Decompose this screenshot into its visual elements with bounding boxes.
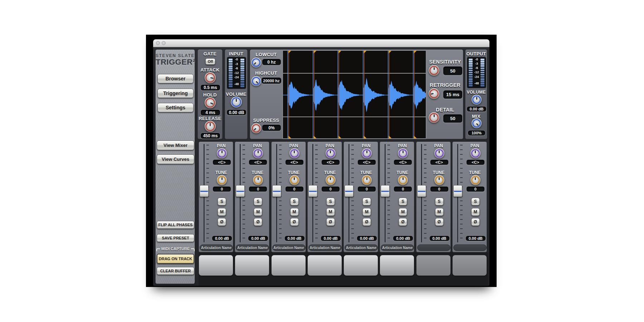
volume-fader[interactable] xyxy=(200,185,209,197)
volume-fader[interactable] xyxy=(272,185,281,197)
solo-button[interactable]: S xyxy=(471,198,480,205)
tune-knob[interactable] xyxy=(362,175,372,185)
phase-button[interactable]: Ø xyxy=(435,218,444,226)
pan-value[interactable]: <C> xyxy=(321,159,340,165)
trigger-pad[interactable] xyxy=(343,255,378,276)
phase-button[interactable]: Ø xyxy=(254,218,262,226)
mute-button[interactable]: M xyxy=(362,208,371,216)
trigger-pad[interactable] xyxy=(380,255,414,276)
volume-fader[interactable] xyxy=(381,185,390,197)
pan-value[interactable]: <C> xyxy=(430,159,449,165)
tune-knob[interactable] xyxy=(434,175,444,185)
trigger-pad[interactable] xyxy=(452,255,487,276)
pan-value[interactable]: <C> xyxy=(466,159,485,165)
articulation-name[interactable] xyxy=(417,244,450,251)
hold-knob[interactable] xyxy=(205,97,216,108)
trigger-pad[interactable] xyxy=(235,255,269,276)
level-value[interactable]: 0.00 dB xyxy=(465,236,486,241)
tune-value[interactable]: 0 xyxy=(249,186,267,192)
hold-value[interactable]: 4 ms xyxy=(200,109,220,116)
pan-knob[interactable] xyxy=(253,148,263,158)
level-value[interactable]: 0.00 dB xyxy=(248,236,268,241)
tune-knob[interactable] xyxy=(326,175,336,185)
phase-button[interactable]: Ø xyxy=(326,218,335,226)
tune-value[interactable]: 0 xyxy=(430,186,449,192)
input-volume-knob[interactable] xyxy=(231,96,242,108)
release-knob[interactable] xyxy=(205,121,216,132)
volume-fader[interactable] xyxy=(417,185,426,197)
tune-value[interactable]: 0 xyxy=(394,186,412,192)
mix-value[interactable]: 100% xyxy=(468,130,486,136)
pan-value[interactable]: <C> xyxy=(394,159,412,165)
pan-knob[interactable] xyxy=(434,148,444,158)
mute-button[interactable]: M xyxy=(254,208,262,216)
articulation-name[interactable]: Articulation Name xyxy=(345,244,378,251)
level-value[interactable]: 0.00 dB xyxy=(357,236,377,241)
trigger-pad[interactable] xyxy=(199,255,233,276)
clear-buffer-button[interactable]: CLEAR BUFFER xyxy=(157,267,194,275)
volume-fader[interactable] xyxy=(308,185,317,197)
input-volume-value[interactable]: 0.00 dB xyxy=(226,109,247,115)
mute-button[interactable]: M xyxy=(471,208,480,216)
view-curves-button[interactable]: View Curves xyxy=(157,154,194,164)
mute-button[interactable]: M xyxy=(290,208,299,216)
suppress-value[interactable]: 0% xyxy=(262,124,281,131)
solo-button[interactable]: S xyxy=(326,198,335,205)
articulation-name[interactable]: Articulation Name xyxy=(272,244,306,251)
detail-value[interactable]: 50 xyxy=(443,114,463,123)
lowcut-knob[interactable] xyxy=(251,58,261,68)
trigger-pad[interactable] xyxy=(307,255,342,276)
solo-button[interactable]: S xyxy=(435,198,444,205)
solo-button[interactable]: S xyxy=(290,198,299,205)
solo-button[interactable]: S xyxy=(254,198,262,205)
tune-knob[interactable] xyxy=(289,175,299,185)
highcut-value[interactable]: 20000 hz xyxy=(261,77,282,84)
output-volume-value[interactable]: 0.00 dB xyxy=(467,106,487,112)
level-value[interactable]: 0.00 dB xyxy=(321,236,341,241)
articulation-name[interactable]: Articulation Name xyxy=(200,244,233,251)
pan-knob[interactable] xyxy=(289,148,299,158)
waveform-display[interactable] xyxy=(282,50,426,139)
phase-button[interactable]: Ø xyxy=(218,218,226,226)
tune-knob[interactable] xyxy=(217,175,227,185)
retrigger-value[interactable]: 15 ms xyxy=(443,90,463,99)
volume-fader[interactable] xyxy=(345,185,353,197)
save-preset-button[interactable]: SAVE PRESET xyxy=(157,234,194,242)
volume-fader[interactable] xyxy=(236,185,245,197)
detail-knob[interactable] xyxy=(429,112,439,123)
tune-value[interactable]: 0 xyxy=(285,186,304,192)
tune-knob[interactable] xyxy=(470,175,480,185)
lowcut-value[interactable]: 0 hz xyxy=(262,59,281,65)
settings-button[interactable]: Settings xyxy=(157,103,194,112)
triggering-button[interactable]: Triggering xyxy=(157,89,194,98)
pan-value[interactable]: <C> xyxy=(213,159,231,165)
mix-knob[interactable] xyxy=(472,118,482,128)
pan-value[interactable]: <C> xyxy=(357,159,376,165)
phase-button[interactable]: Ø xyxy=(471,218,480,226)
phase-button[interactable]: Ø xyxy=(362,218,371,226)
retrigger-knob[interactable] xyxy=(429,88,439,99)
attack-knob[interactable] xyxy=(205,72,216,83)
mute-button[interactable]: M xyxy=(326,208,335,216)
output-volume-knob[interactable] xyxy=(472,95,482,105)
mute-button[interactable]: M xyxy=(218,208,226,216)
drag-on-track-button[interactable]: DRAG ON TRACK xyxy=(157,254,194,264)
phase-button[interactable]: Ø xyxy=(290,218,299,226)
pan-knob[interactable] xyxy=(326,148,336,158)
release-value[interactable]: 450 ms xyxy=(200,133,220,139)
pan-knob[interactable] xyxy=(362,148,372,158)
mute-button[interactable]: M xyxy=(399,208,407,216)
trigger-pad[interactable] xyxy=(416,255,451,276)
level-value[interactable]: 0.00 dB xyxy=(284,236,305,241)
mute-button[interactable]: M xyxy=(435,208,444,216)
pan-knob[interactable] xyxy=(398,148,408,158)
tune-value[interactable]: 0 xyxy=(321,186,340,192)
gate-off-button[interactable]: Off xyxy=(205,58,215,65)
pan-knob[interactable] xyxy=(470,148,480,158)
solo-button[interactable]: S xyxy=(218,198,226,205)
phase-button[interactable]: Ø xyxy=(399,218,407,226)
level-value[interactable]: 0.00 dB xyxy=(212,236,232,241)
sensitivity-value[interactable]: 50 xyxy=(443,66,463,75)
solo-button[interactable]: S xyxy=(399,198,407,205)
tune-knob[interactable] xyxy=(253,175,263,185)
